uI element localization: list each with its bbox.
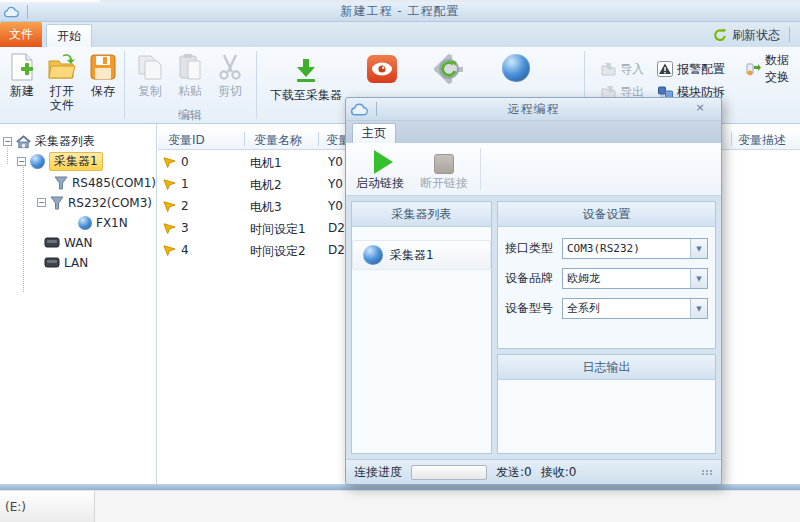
dialog-title: 远程编程 [346,101,721,118]
data-exchange-button[interactable]: 数据交换 [746,60,800,78]
drive-label: (E:) [5,500,26,514]
import-icon [600,61,616,77]
variable-tag-icon [163,155,176,171]
paste-label: 粘贴 [178,84,202,98]
globe-icon [502,54,530,82]
tree-item-rs485[interactable]: RS485(COM1) [54,173,156,192]
collector-tree-panel: − 采集器列表 − 采集器1 RS485(COM1) − RS232(COM3)… [0,124,157,484]
open-file-button[interactable]: 打开 文件 [42,52,82,112]
collapse-icon[interactable]: − [17,157,26,166]
cut-label: 剪切 [218,84,242,98]
field-label: 设备型号 [505,300,562,317]
titlebar: 新建工程 - 工程配置 [0,2,800,22]
tree-item-label: WAN [64,236,92,250]
warning-icon [657,61,673,77]
dialog-tab-strip: 主页 [346,121,721,143]
save-floppy-icon [87,52,119,82]
field-device-model: 设备型号 全系列 ▼ [505,298,708,319]
column-header[interactable]: 变量描述 [738,132,786,149]
log-output-body [498,380,715,453]
divider [256,51,257,119]
gear-icon [433,54,465,84]
chevron-down-icon[interactable]: ▼ [690,269,707,288]
collapse-icon[interactable]: − [3,137,12,146]
column-divider[interactable] [244,132,245,146]
new-button[interactable]: 新建 [4,52,40,98]
new-document-icon [6,52,38,82]
collector-icon [363,245,383,265]
device-brand-select[interactable]: 欧姆龙 ▼ [562,268,708,289]
chevron-down-icon[interactable]: ▼ [690,239,707,258]
tree-item-label-selected: 采集器1 [49,152,103,171]
play-icon [374,150,393,174]
select-value: 欧姆龙 [563,271,690,286]
alarm-config-button[interactable]: 报警配置 [657,60,725,78]
monitor-button[interactable] [360,55,404,83]
collector-list-panel: 采集器列表 采集器1 [351,201,492,454]
import-button: 导入 [600,60,644,78]
column-divider[interactable] [731,132,732,146]
tree-item-fx1n[interactable]: FX1N [78,213,128,232]
tree-item-label: 采集器列表 [35,133,95,150]
save-button[interactable]: 保存 [86,52,120,98]
refresh-icon [713,28,727,42]
divider [789,27,790,42]
network-device-icon [44,236,60,249]
tree-item-lan[interactable]: LAN [44,253,88,272]
tree-item-collector-list[interactable]: − 采集器列表 [3,132,95,151]
collapse-icon[interactable]: − [37,198,46,207]
cell-variable-name: 电机1 [250,155,282,172]
variable-tag-icon [163,177,176,193]
resize-grip[interactable] [702,470,713,475]
cell-variable-address: D2 [328,243,345,257]
copy-label: 复制 [138,84,162,98]
copy-button: 复制 [131,52,169,98]
remote-programming-button[interactable] [494,54,538,82]
tree-item-wan[interactable]: WAN [44,233,92,252]
network-device-icon [44,256,60,269]
alarm-config-label: 报警配置 [677,61,725,78]
column-header[interactable]: 变量ID [168,132,205,149]
drive-tab[interactable]: (E:) [0,491,95,522]
chevron-down-icon[interactable]: ▼ [690,299,707,318]
select-value: COM3(RS232) [563,242,690,255]
cell-variable-name: 电机3 [250,199,282,216]
progress-label: 连接进度 [354,464,402,481]
cell-variable-id: 1 [181,177,189,191]
ribbon-tab-row: 文件 开始 刷新状态 [0,22,800,47]
dialog-toolbar: 启动链接 断开链接 [346,143,721,196]
dialog-titlebar[interactable]: 远程编程 × [346,98,721,121]
background-bar: (E:) [0,490,800,522]
close-icon[interactable]: × [693,101,707,114]
tree-item-collector1[interactable]: − 采集器1 [17,152,103,171]
field-device-brand: 设备品牌 欧姆龙 ▼ [505,268,708,289]
select-value: 全系列 [563,301,690,316]
interface-type-select[interactable]: COM3(RS232) ▼ [562,238,708,259]
paste-button: 粘贴 [171,52,209,98]
tab-file[interactable]: 文件 [0,22,42,47]
field-interface-type: 接口类型 COM3(RS232) ▼ [505,238,708,259]
variable-tag-icon [163,199,176,215]
cell-variable-address: Y0 [328,177,343,191]
open-folder-icon [46,52,78,82]
collector-list-header: 采集器列表 [352,202,491,227]
divider [124,51,125,119]
exchange-icon [746,61,761,77]
stop-icon [434,154,454,174]
firmware-upgrade-button[interactable] [427,54,471,84]
log-output-panel: 日志输出 [497,354,716,454]
cell-variable-id: 3 [181,221,189,235]
refresh-status-button[interactable]: 刷新状态 [713,25,780,45]
tab-start[interactable]: 开始 [46,24,92,47]
device-model-select[interactable]: 全系列 ▼ [562,298,708,319]
tree-item-rs232[interactable]: − RS232(COM3) [37,193,152,212]
eye-icon [367,55,397,83]
collector-item[interactable]: 采集器1 [352,240,491,270]
collector-icon [30,154,45,169]
start-link-button[interactable]: 启动链接 [348,146,412,192]
device-settings-header: 设备设置 [498,202,715,227]
dialog-tab-home[interactable]: 主页 [352,123,396,143]
download-to-collector-button[interactable]: 下载至采集器 [263,56,349,102]
column-divider[interactable] [318,132,319,146]
column-header[interactable]: 变量名称 [254,132,302,149]
